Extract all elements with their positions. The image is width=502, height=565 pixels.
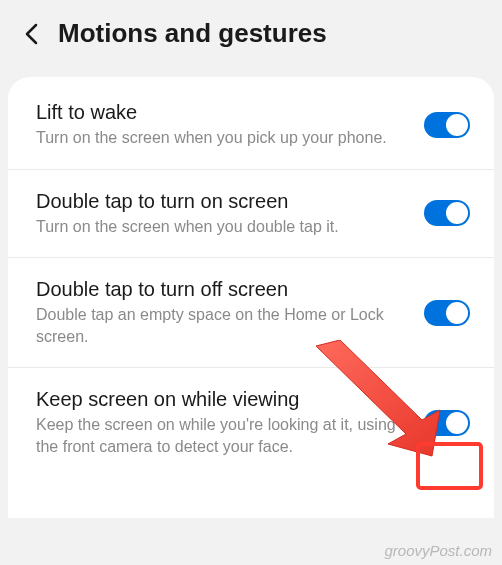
back-icon[interactable] <box>24 23 38 45</box>
setting-keep-screen-on[interactable]: Keep screen on while viewing Keep the sc… <box>8 368 494 477</box>
settings-card: Lift to wake Turn on the screen when you… <box>8 77 494 518</box>
setting-lift-to-wake[interactable]: Lift to wake Turn on the screen when you… <box>8 81 494 170</box>
double-tap-on-toggle[interactable] <box>424 200 470 226</box>
watermark: groovyPost.com <box>384 542 492 559</box>
setting-title: Keep screen on while viewing <box>36 388 408 411</box>
lift-to-wake-toggle[interactable] <box>424 112 470 138</box>
setting-desc: Double tap an empty space on the Home or… <box>36 304 408 347</box>
setting-double-tap-on[interactable]: Double tap to turn on screen Turn on the… <box>8 170 494 259</box>
setting-desc: Turn on the screen when you pick up your… <box>36 127 408 149</box>
setting-desc: Turn on the screen when you double tap i… <box>36 216 408 238</box>
setting-title: Double tap to turn off screen <box>36 278 408 301</box>
setting-text: Double tap to turn off screen Double tap… <box>36 278 408 347</box>
setting-title: Double tap to turn on screen <box>36 190 408 213</box>
setting-desc: Keep the screen on while you're looking … <box>36 414 408 457</box>
setting-text: Keep screen on while viewing Keep the sc… <box>36 388 408 457</box>
setting-title: Lift to wake <box>36 101 408 124</box>
setting-double-tap-off[interactable]: Double tap to turn off screen Double tap… <box>8 258 494 368</box>
setting-text: Double tap to turn on screen Turn on the… <box>36 190 408 238</box>
header: Motions and gestures <box>0 0 502 69</box>
page-title: Motions and gestures <box>58 18 327 49</box>
keep-screen-on-toggle[interactable] <box>424 410 470 436</box>
setting-text: Lift to wake Turn on the screen when you… <box>36 101 408 149</box>
double-tap-off-toggle[interactable] <box>424 300 470 326</box>
